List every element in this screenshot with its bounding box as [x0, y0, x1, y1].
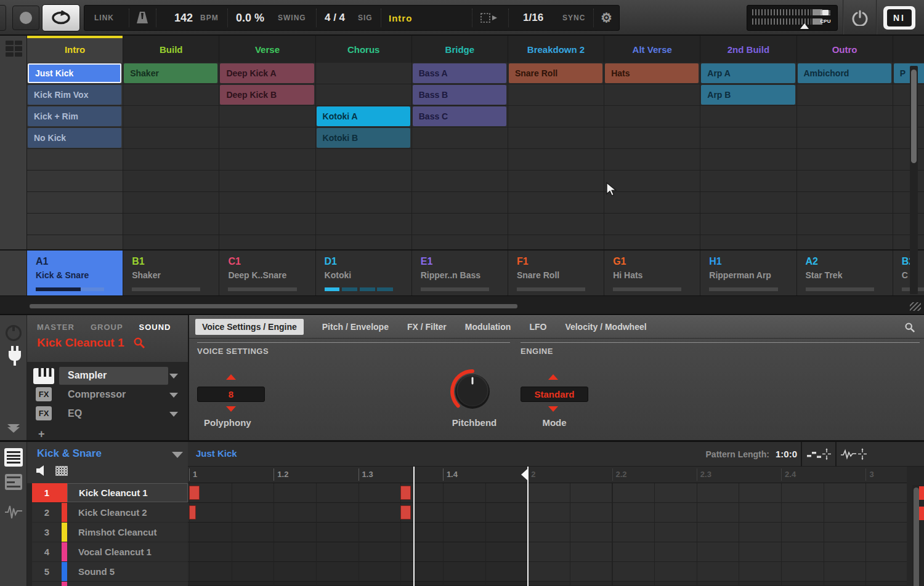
- bpm-value[interactable]: 142: [162, 6, 193, 30]
- pattern-cell[interactable]: [508, 106, 604, 127]
- pattern-cell[interactable]: [219, 149, 315, 171]
- pattern-clip-bass-c[interactable]: Bass C: [413, 106, 506, 126]
- pattern-clip-deep-kick-a[interactable]: Deep Kick A: [220, 63, 314, 83]
- scene-tab-outro[interactable]: Outro: [797, 36, 893, 63]
- mode-increment-icon[interactable]: [548, 374, 558, 380]
- scene-tab-build[interactable]: Build: [123, 36, 219, 63]
- pattern-cell[interactable]: [123, 149, 219, 171]
- pattern-cell[interactable]: [123, 84, 219, 106]
- pattern-cell[interactable]: [219, 171, 315, 192]
- pattern-cell[interactable]: [893, 84, 924, 106]
- group-d1[interactable]: D1Kotoki: [316, 251, 412, 295]
- pattern-cell[interactable]: [27, 235, 123, 249]
- sound-name[interactable]: Kick Cleancut 1: [37, 336, 124, 350]
- pattern-cell[interactable]: [604, 84, 700, 106]
- note-event[interactable]: [400, 505, 411, 520]
- pattern-cell[interactable]: [893, 192, 924, 214]
- group-b1[interactable]: B1Shaker: [123, 251, 219, 295]
- pattern-cell[interactable]: [604, 214, 700, 235]
- current-section[interactable]: Intro: [389, 6, 412, 30]
- pattern-clip-deep-kick-b[interactable]: Deep Kick B: [220, 85, 314, 105]
- plugin-tab-velocity-modwheel[interactable]: Velocity / Modwheel: [565, 322, 646, 332]
- polyphony-value[interactable]: 8: [197, 387, 265, 402]
- chevron-down-icon[interactable]: [169, 374, 178, 379]
- plugin-tab-lfo[interactable]: LFO: [529, 322, 546, 332]
- pattern-clip-ambichord[interactable]: Ambichord: [798, 63, 891, 83]
- add-plugin-button[interactable]: +: [27, 424, 188, 441]
- group-h1[interactable]: H1Ripperman Arp: [700, 251, 796, 295]
- pattern-cell[interactable]: [700, 127, 796, 149]
- pattern-cell[interactable]: [508, 127, 604, 149]
- pattern-clip-kotoki-a[interactable]: Kotoki A: [317, 106, 410, 126]
- pattern-cell[interactable]: [604, 127, 700, 149]
- pattern-cell[interactable]: [508, 84, 604, 106]
- pattern-cell[interactable]: [797, 84, 893, 106]
- list-view-icon[interactable]: [4, 448, 23, 467]
- pattern-cell[interactable]: [27, 149, 123, 171]
- partial-button[interactable]: [0, 5, 6, 31]
- group-g1[interactable]: G1Hi Hats: [604, 251, 700, 295]
- mode-value[interactable]: Standard: [521, 387, 588, 402]
- pattern-cell[interactable]: [893, 149, 924, 171]
- pattern-cell[interactable]: [412, 192, 508, 214]
- search-icon[interactable]: [133, 337, 145, 349]
- pattern-cell[interactable]: [508, 235, 604, 249]
- pattern-cell[interactable]: [316, 214, 411, 235]
- pattern-cell[interactable]: [508, 149, 604, 171]
- pattern-cell[interactable]: [316, 149, 411, 171]
- plugin-row-eq[interactable]: FXEQ: [27, 405, 188, 424]
- pattern-cell[interactable]: [604, 149, 700, 171]
- pattern-clip-kick-rim-vox[interactable]: Kick Rim Vox: [28, 85, 121, 105]
- pattern-cell[interactable]: [412, 149, 508, 171]
- scene-tab-verse[interactable]: Verse: [219, 36, 315, 63]
- meter-pointer-icon[interactable]: [800, 23, 809, 29]
- pattern-clip-kotoki-b[interactable]: Kotoki B: [317, 128, 410, 148]
- channel-tab-group[interactable]: GROUP: [91, 323, 123, 332]
- pattern-cell[interactable]: [700, 214, 796, 235]
- pad-grid-icon[interactable]: [55, 466, 68, 476]
- sound-name[interactable]: Vocal Cleancut 1: [67, 542, 188, 561]
- pattern-cell[interactable]: [700, 171, 796, 192]
- polyphony-increment-icon[interactable]: [226, 374, 236, 380]
- pattern-clip-bass-b[interactable]: Bass B: [413, 85, 506, 105]
- pattern-cell[interactable]: [797, 235, 893, 249]
- group-f1[interactable]: F1Snare Roll: [508, 251, 604, 295]
- pattern-cell[interactable]: [123, 235, 219, 249]
- pattern-cell[interactable]: [604, 235, 700, 249]
- pattern-cell[interactable]: [797, 171, 893, 192]
- pitchbend-knob[interactable]: [449, 367, 496, 415]
- pattern-cell[interactable]: [604, 106, 700, 127]
- plugin-tab-pitch-envelope[interactable]: Pitch / Envelope: [322, 322, 389, 332]
- sound-row-kick-cleancut-1[interactable]: 1Kick Cleancut 1: [32, 483, 188, 502]
- pattern-clip-arp-a[interactable]: Arp A: [701, 63, 795, 83]
- sound-name[interactable]: Rimshot Cleancut: [67, 523, 188, 542]
- pattern-cell[interactable]: [316, 192, 411, 214]
- pattern-cell[interactable]: [219, 214, 315, 235]
- pattern-cell[interactable]: [27, 171, 123, 192]
- pattern-cell[interactable]: [893, 171, 924, 192]
- sound-name[interactable]: Kick Cleancut 1: [67, 483, 188, 502]
- pattern-cell[interactable]: [700, 235, 796, 249]
- sound-name[interactable]: Sound 5: [67, 562, 188, 581]
- pattern-cell[interactable]: [797, 106, 893, 127]
- pattern-scrollbar-thumb[interactable]: [911, 70, 917, 163]
- pattern-clip-bass-a[interactable]: Bass A: [413, 63, 506, 83]
- loop-button[interactable]: [42, 4, 80, 31]
- plugin-tab-modulation[interactable]: Modulation: [465, 322, 511, 332]
- pattern-cell[interactable]: [893, 235, 924, 249]
- pattern-cell[interactable]: [123, 106, 219, 127]
- pattern-cell[interactable]: [316, 235, 411, 249]
- pattern-cell[interactable]: [412, 235, 508, 249]
- pattern-clip-snare-roll[interactable]: Snare Roll: [509, 63, 602, 83]
- pattern-clip-shaker[interactable]: Shaker: [124, 63, 217, 83]
- chevron-down-icon[interactable]: [169, 412, 178, 417]
- scene-tab-s[interactable]: S: [893, 36, 924, 63]
- pattern-cell[interactable]: [700, 192, 796, 214]
- channel-tab-sound[interactable]: SOUND: [139, 323, 171, 332]
- sound-name[interactable]: [67, 582, 188, 586]
- pattern-cell[interactable]: [893, 106, 924, 127]
- piano-roll-view-icon[interactable]: [5, 474, 22, 490]
- pattern-cell[interactable]: [412, 127, 508, 149]
- pattern-clip-hats[interactable]: Hats: [605, 63, 699, 83]
- mixer-view-icon[interactable]: [6, 325, 22, 341]
